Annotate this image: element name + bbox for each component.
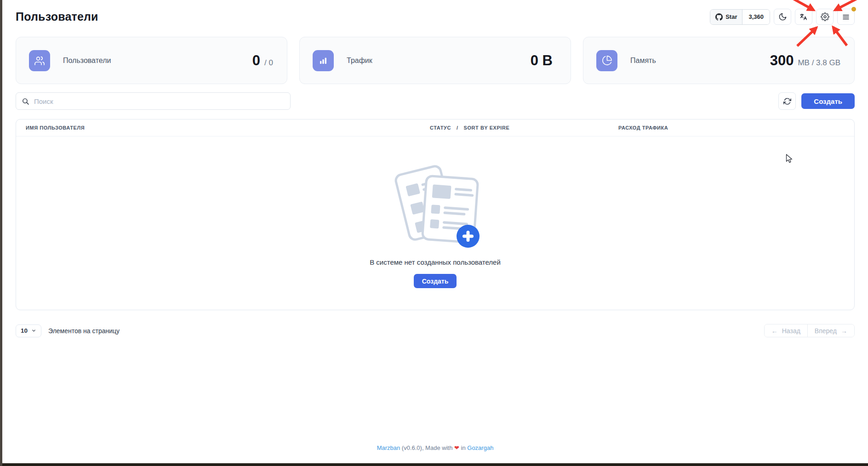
stat-card-traffic: Трафик 0 B [299,37,571,84]
stat-label: Память [630,57,656,65]
gozargah-link[interactable]: Gozargah [467,444,493,451]
empty-state-message: В системе нет созданных пользователей [370,258,501,266]
users-table: ИМЯ ПОЛЬЗОВАТЕЛЯ СТАТУС / SORT BY EXPIRE… [16,119,855,310]
footer-tagline: (v0.6.0), Made with [402,444,453,451]
column-header-separator: / [457,125,458,131]
github-star-segment[interactable]: Star [710,10,742,24]
search-icon [22,97,29,105]
hamburger-icon [842,13,850,21]
traffic-icon-tile [313,50,334,71]
stat-value: 300 [770,52,794,69]
users-icon-tile [29,50,50,71]
stat-value-group: 0 / 0 [252,52,273,69]
stat-value: 0 B [531,52,553,69]
window-edge-left [0,0,2,466]
page-size-value: 10 [21,327,28,334]
column-header-traffic[interactable]: РАСХОД ТРАФИКА [618,125,854,131]
memory-icon-tile [596,50,617,71]
pie-chart-icon [602,55,612,66]
footer-preposition: in [461,444,466,451]
settings-button[interactable] [816,9,834,25]
stat-unit: MB / 3.8 GB [798,58,840,68]
moon-icon [778,12,787,21]
language-button[interactable] [795,9,812,25]
empty-state: В системе нет созданных пользователей Со… [16,136,854,310]
users-page: Пользователи Star 3,360 [2,0,868,463]
translate-icon [799,12,808,22]
heart-icon: ❤ [454,444,459,451]
stat-unit: / 0 [264,58,273,68]
column-header-status[interactable]: СТАТУС [430,125,451,131]
column-header-username[interactable]: ИМЯ ПОЛЬЗОВАТЕЛЯ [16,125,430,131]
per-page-label: Элементов на страницу [48,327,120,335]
create-user-button[interactable]: Создать [801,93,855,109]
gear-icon [821,12,829,21]
page-title: Пользователи [16,10,98,23]
page-size-select[interactable]: 10 [16,324,41,337]
refresh-icon [783,97,791,105]
pagination-row: 10 Элементов на страницу ← Назад Вперед … [16,324,855,337]
left-arrow-icon: ← [771,327,778,335]
stat-card-users: Пользователи 0 / 0 [16,37,287,84]
github-star-button[interactable]: Star 3,360 [710,9,770,25]
github-icon [715,13,723,21]
table-header-row: ИМЯ ПОЛЬЗОВАТЕЛЯ СТАТУС / SORT BY EXPIRE… [16,119,854,136]
users-icon [34,55,45,66]
stat-value-group: 0 B [531,52,557,69]
theme-toggle-button[interactable] [774,9,791,25]
next-page-button[interactable]: Вперед → [807,324,854,337]
marzban-link[interactable]: Marzban [377,444,400,451]
stat-label: Трафик [347,57,372,65]
footer: Marzban (v0.6.0), Made with ❤ in Gozarga… [2,444,868,451]
page-header: Пользователи Star 3,360 [16,0,855,25]
prev-page-button[interactable]: ← Назад [765,324,807,337]
menu-button[interactable] [837,9,855,25]
stat-label: Пользователи [63,57,111,65]
column-header-status-sort[interactable]: СТАТУС / SORT BY EXPIRE [430,125,618,131]
refresh-button[interactable] [778,92,796,110]
notification-dot [851,7,856,11]
controls-row: Создать [16,92,855,110]
stat-card-memory: Память 300 MB / 3.8 GB [583,37,855,84]
stat-cards: Пользователи 0 / 0 Трафик 0 B Память 300 [16,37,855,84]
search-box[interactable] [16,92,291,110]
github-star-count[interactable]: 3,360 [742,10,770,24]
bar-chart-icon [318,55,329,66]
pager: ← Назад Вперед → [764,324,855,337]
chevron-down-icon [31,328,36,333]
prev-label: Назад [782,327,800,335]
search-input[interactable] [34,97,285,105]
next-label: Вперед [815,327,837,335]
column-header-sort-by-expire[interactable]: SORT BY EXPIRE [464,125,510,131]
window-edge-bottom [2,463,868,466]
add-plus-badge [457,225,480,248]
right-arrow-icon: → [841,327,847,335]
github-star-label: Star [725,13,737,20]
header-toolbar: Star 3,360 [710,9,855,25]
empty-state-create-button[interactable]: Создать [414,274,457,288]
stat-value: 0 [252,52,260,69]
empty-documents-illustration [388,158,482,249]
stat-value-group: 300 MB / 3.8 GB [770,52,840,69]
